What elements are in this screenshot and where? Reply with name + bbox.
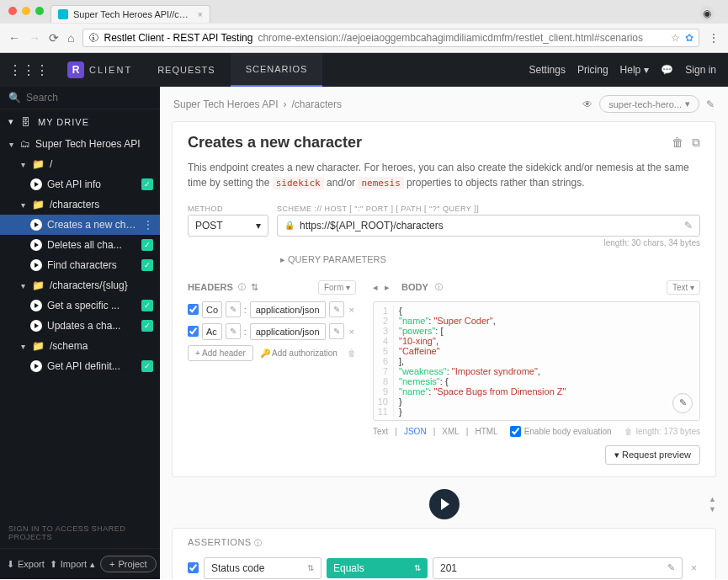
- tree-folder[interactable]: ▾ 📁 /schema: [0, 336, 160, 356]
- nav-requests[interactable]: REQUESTS: [142, 53, 231, 87]
- breadcrumb-current[interactable]: /characters: [292, 98, 342, 110]
- format-text[interactable]: Text: [373, 427, 388, 436]
- body-editor[interactable]: 1{2 "name": "Super Coder",3 "powers": [4…: [373, 301, 700, 421]
- edit-url-icon[interactable]: ✎: [684, 220, 693, 231]
- prev-tab-icon[interactable]: ◂: [373, 282, 378, 293]
- expand-editor-icon[interactable]: ✎: [672, 393, 693, 413]
- profile-avatar[interactable]: ◉: [699, 6, 715, 21]
- reload-button[interactable]: ⟳: [49, 31, 59, 45]
- settings-link[interactable]: Settings: [529, 64, 566, 76]
- visibility-icon[interactable]: 👁: [582, 98, 592, 110]
- info-icon[interactable]: ⓘ: [238, 282, 246, 293]
- edit-header-icon[interactable]: ✎: [226, 323, 241, 339]
- tree-request-selected[interactable]: Creates a new char... ⋮: [0, 215, 160, 235]
- back-button[interactable]: ←: [8, 31, 20, 45]
- assertion-operator-select[interactable]: Equals⇅: [327, 558, 428, 578]
- maximize-window-button[interactable]: [35, 7, 44, 15]
- remove-header-icon[interactable]: ×: [348, 305, 356, 315]
- add-authorization-button[interactable]: 🔑 Add authorization: [260, 349, 337, 358]
- format-xml[interactable]: XML: [442, 427, 460, 436]
- header-value[interactable]: application/json: [250, 323, 326, 340]
- main: 🔍 ▾ 🗄 MY DRIVE ▾ 🗂 Super Tech Heroes API…: [0, 87, 728, 579]
- body-eval-checkbox[interactable]: [510, 426, 521, 437]
- body-type-dropdown[interactable]: Text ▾: [667, 280, 700, 295]
- sort-icon[interactable]: ⇅: [251, 282, 258, 293]
- delete-icon[interactable]: 🗑: [672, 136, 683, 150]
- body-eval-toggle[interactable]: Enable body evaluation: [510, 426, 612, 437]
- tree-folder[interactable]: ▾ 📁 /characters/{slug}: [0, 275, 160, 295]
- header-name[interactable]: Co: [202, 301, 222, 318]
- clear-headers-icon[interactable]: 🗑: [348, 349, 356, 358]
- browser-tab[interactable]: Super Tech Heroes API//char... ×: [50, 5, 210, 23]
- search-input[interactable]: [26, 92, 152, 104]
- tree-request[interactable]: Get API info ✓: [0, 174, 160, 194]
- header-enable-checkbox[interactable]: [188, 326, 199, 337]
- remove-header-icon[interactable]: ×: [348, 327, 356, 337]
- edit-header-icon[interactable]: ✎: [329, 323, 344, 339]
- sidebar-search[interactable]: 🔍: [0, 87, 160, 109]
- tree-request[interactable]: Deletes all cha... ✓: [0, 235, 160, 255]
- caret-icon: ▾: [19, 281, 27, 290]
- tree-request[interactable]: Get a specific ... ✓: [0, 295, 160, 316]
- info-icon[interactable]: ⓘ: [435, 282, 443, 293]
- forward-button[interactable]: →: [29, 31, 40, 45]
- chat-icon[interactable]: 💬: [661, 64, 673, 76]
- edit-icon[interactable]: ✎: [706, 98, 715, 110]
- format-json[interactable]: JSON: [404, 427, 427, 436]
- tree-request[interactable]: Find characters ✓: [0, 255, 160, 275]
- assertion-source-select[interactable]: Status code⇅: [204, 557, 321, 579]
- nav-scenarios[interactable]: SCENARIOS: [231, 53, 323, 87]
- help-menu[interactable]: Help ▾: [620, 64, 650, 76]
- url-input[interactable]: 🔒 https://${API_ROOT}/characters ✎: [277, 215, 700, 237]
- request-preview-button[interactable]: ▾ Request preview: [605, 445, 700, 465]
- close-tab-icon[interactable]: ×: [198, 9, 203, 19]
- new-project-button[interactable]: + Project: [100, 556, 157, 572]
- remove-assertion-icon[interactable]: ×: [688, 562, 700, 574]
- step-down-icon[interactable]: ▼: [709, 505, 716, 513]
- minimize-window-button[interactable]: [22, 7, 30, 15]
- run-button[interactable]: [429, 489, 460, 519]
- site-info-icon[interactable]: 🛈: [88, 32, 98, 44]
- duplicate-icon[interactable]: ⧉: [692, 136, 700, 150]
- apps-grid-icon[interactable]: ⋮⋮⋮: [0, 62, 57, 78]
- extension-icon[interactable]: ✿: [685, 32, 693, 44]
- tree-folder[interactable]: ▾ 📁 /characters: [0, 194, 160, 215]
- info-icon[interactable]: ⓘ: [254, 539, 263, 547]
- header-enable-checkbox[interactable]: [188, 304, 199, 315]
- pricing-link[interactable]: Pricing: [577, 64, 608, 76]
- address-bar[interactable]: 🛈 Restlet Client - REST API Testing chro…: [82, 29, 699, 47]
- export-button[interactable]: ⬇ Export: [7, 559, 45, 570]
- signin-link[interactable]: Sign in: [685, 64, 716, 76]
- chevron-down-icon: ⇅: [414, 563, 421, 572]
- clear-body-icon[interactable]: 🗑: [624, 427, 633, 436]
- assertion-expected-input[interactable]: 201✎: [433, 557, 683, 579]
- tree-request[interactable]: Get API definit... ✓: [0, 356, 160, 376]
- header-value[interactable]: application/json: [250, 301, 326, 318]
- assertion-enable-checkbox[interactable]: [188, 562, 199, 573]
- next-tab-icon[interactable]: ▸: [385, 282, 390, 293]
- app-logo[interactable]: R CLIENT: [57, 61, 142, 78]
- bookmark-icon[interactable]: ☆: [671, 32, 680, 44]
- format-html[interactable]: HTML: [475, 427, 497, 436]
- query-params-toggle[interactable]: QUERY PARAMETERS: [280, 254, 700, 265]
- import-button[interactable]: ⬆ Import ▴: [50, 559, 95, 570]
- edit-icon[interactable]: ✎: [667, 562, 675, 573]
- more-icon[interactable]: ⋮: [143, 219, 153, 231]
- headers-view-dropdown[interactable]: Form ▾: [318, 280, 356, 295]
- edit-header-icon[interactable]: ✎: [329, 301, 344, 317]
- edit-header-icon[interactable]: ✎: [226, 301, 241, 317]
- home-button[interactable]: ⌂: [67, 31, 74, 45]
- breadcrumb-root[interactable]: Super Tech Heroes API: [173, 98, 279, 110]
- method-select[interactable]: POST ▾: [188, 215, 268, 237]
- drive-header[interactable]: ▾ 🗄 MY DRIVE: [0, 109, 160, 134]
- tree-folder[interactable]: ▾ 📁 /: [0, 154, 160, 174]
- add-header-button[interactable]: + Add header: [188, 345, 253, 361]
- tree-project[interactable]: ▾ 🗂 Super Tech Heroes API: [0, 134, 160, 154]
- nav-toolbar: ← → ⟳ ⌂ 🛈 Restlet Client - REST API Test…: [0, 24, 728, 52]
- menu-icon[interactable]: ⋮: [708, 31, 720, 45]
- step-up-icon[interactable]: ▲: [709, 495, 716, 503]
- environment-selector[interactable]: super-tech-hero... ▾: [599, 95, 699, 113]
- close-window-button[interactable]: [8, 7, 17, 15]
- tree-request[interactable]: Updates a cha... ✓: [0, 316, 160, 336]
- header-name[interactable]: Ac: [202, 323, 222, 340]
